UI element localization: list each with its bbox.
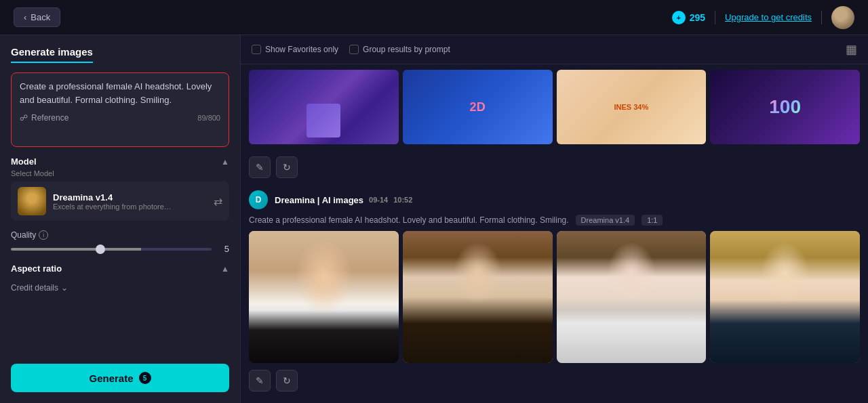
model-settings-icon[interactable]: ⇄ [214,195,222,208]
show-favorites-label: Show Favorites only [265,45,338,54]
gen-avatar: D [249,190,268,209]
headshot-grid [249,231,860,363]
credit-details-label: Credit details [11,283,58,293]
content-toolbar: Show Favorites only Group results by pro… [241,35,868,64]
reference-label: Reference [31,113,68,123]
credits-icon: + [672,11,686,24]
back-arrow-icon: ‹ [24,12,26,22]
image-cell-2[interactable] [403,70,553,144]
toolbar-left: Show Favorites only Group results by pro… [252,45,450,54]
gen-header: D Dreamina | AI images 09-14 10:52 [249,190,860,209]
group-by-prompt-checkbox[interactable] [349,45,359,54]
gen-model-tag: Dreamina v1.4 [576,215,635,226]
generate-cost-badge: 5 [139,372,151,384]
model-section-title: Model [11,156,37,167]
divider2 [821,11,822,24]
image-cell-3[interactable] [557,70,707,144]
generation-block: D Dreamina | AI images 09-14 10:52 Creat… [249,190,860,393]
content-scroll: ✎ ↻ D Dreamina | AI images 09-14 10:52 [241,64,868,403]
gen-prompt-row: Create a professional female AI headshot… [249,215,860,226]
sidebar-title: Generate images [11,46,229,63]
refresh-button-top[interactable]: ↻ [276,156,298,178]
model-chevron-icon: ▲ [221,157,229,167]
headshot-cell-2[interactable] [403,231,553,363]
save-icon-button[interactable]: ▦ [846,42,857,57]
prompt-area[interactable]: Create a professional female AI headshot… [11,72,229,147]
quality-slider[interactable] [11,248,212,251]
char-count: 89/800 [197,114,220,122]
model-section-header: Model ▲ [11,156,229,167]
upgrade-button[interactable]: Upgrade to get credits [725,12,812,22]
gen-meta: Dreamina | AI images 09-14 10:52 [275,195,412,205]
gen-date: 09-14 [369,196,388,204]
model-card[interactable]: Dreamina v1.4 Excels at everything from … [11,182,229,221]
aspect-ratio-section: Aspect ratio ▲ [11,263,229,274]
content-area: Show Favorites only Group results by pro… [241,35,868,403]
older-action-row: ✎ ↻ [249,155,860,179]
back-button[interactable]: ‹ Back [14,7,60,27]
model-section: Model ▲ Select Model Dreamina v1.4 Excel… [11,156,229,221]
image-cell-4[interactable] [710,70,860,144]
model-thumbnail [18,187,46,215]
headshot-cell-4[interactable] [710,231,860,363]
generate-button[interactable]: Generate 5 [11,364,229,392]
refresh-button-headshots[interactable]: ↻ [276,370,298,391]
group-by-prompt-row: Group results by prompt [349,45,450,54]
slider-row: 5 [11,244,229,254]
credits-badge: + 295 [672,11,705,24]
edit-button-headshots[interactable]: ✎ [249,370,271,391]
user-avatar[interactable] [831,6,854,29]
gen-prompt-text: Create a professional female AI headshot… [249,215,569,225]
headshot-cell-3[interactable] [557,231,707,363]
generate-label: Generate [89,373,133,384]
generate-cost: 5 [143,375,147,382]
topbar: ‹ Back + 295 Upgrade to get credits [0,0,868,35]
divider [715,11,715,24]
show-favorites-row: Show Favorites only [252,45,338,54]
model-name: Dreamina v1.4 [53,192,207,203]
sidebar: Generate images Create a professional fe… [0,35,241,403]
credit-details-row[interactable]: Credit details ⌄ [11,283,229,293]
model-info: Dreamina v1.4 Excels at everything from … [53,192,207,211]
topbar-right: + 295 Upgrade to get credits [672,6,854,29]
credits-count: 295 [690,12,705,23]
headshot-cell-1[interactable] [249,231,399,363]
reference-icon: ☍ [20,113,28,123]
quality-section: Quality i 5 [11,230,229,254]
aspect-ratio-chevron-icon: ▲ [221,264,229,274]
gen-title: Dreamina | AI images 09-14 10:52 [275,195,412,205]
gen-time: 10:52 [393,196,412,204]
older-image-grid [249,70,860,144]
model-desc: Excels at everything from photoreali... [53,203,175,211]
gen-ratio-tag: 1:1 [642,215,663,226]
headshot-action-row: ✎ ↻ [249,368,860,393]
prompt-text: Create a professional female AI headshot… [20,80,220,106]
aspect-ratio-header: Aspect ratio ▲ [11,263,229,274]
show-favorites-checkbox[interactable] [252,45,261,54]
reference-button[interactable]: ☍ Reference [20,113,68,123]
main-layout: Generate images Create a professional fe… [0,35,868,403]
image-cell-1[interactable] [249,70,399,144]
select-model-label: Select Model [11,169,229,177]
avatar-image [831,6,854,29]
aspect-ratio-label: Aspect ratio [11,263,62,274]
prompt-footer: ☍ Reference 89/800 [20,113,220,123]
model-thumb-inner [18,187,46,215]
group-by-prompt-label: Group results by prompt [363,45,450,54]
gen-bot-name: Dreamina | AI images [275,195,363,205]
credit-details-chevron-icon: ⌄ [61,283,68,293]
quality-value: 5 [218,244,229,254]
edit-button-top[interactable]: ✎ [249,156,271,178]
back-label: Back [31,12,50,22]
quality-info-icon[interactable]: i [39,230,48,240]
quality-label: Quality i [11,230,229,240]
